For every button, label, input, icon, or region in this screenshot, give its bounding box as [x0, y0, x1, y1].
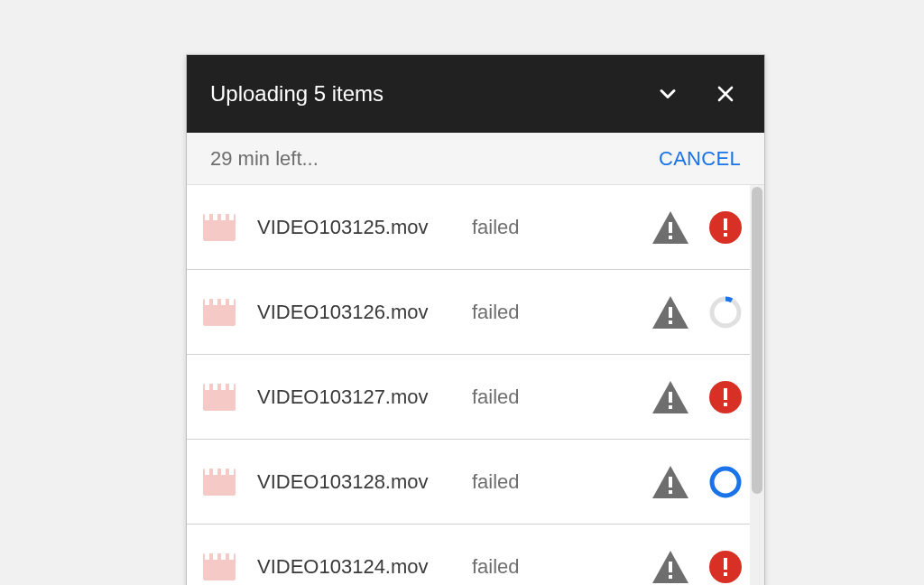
time-remaining: 29 min left... — [210, 147, 659, 171]
file-name: VIDEO103127.mov — [257, 385, 472, 409]
scrollbar-thumb[interactable] — [752, 187, 762, 494]
warning-icon — [652, 466, 688, 498]
svg-rect-41 — [669, 562, 672, 572]
list-item: VIDEO103126.mov failed — [187, 270, 764, 355]
svg-rect-38 — [213, 553, 217, 560]
svg-rect-5 — [669, 222, 672, 233]
list-item: VIDEO103127.mov failed — [187, 355, 764, 440]
svg-rect-22 — [229, 384, 234, 390]
status-label: failed — [472, 555, 652, 579]
file-name: VIDEO103128.mov — [257, 470, 472, 494]
svg-rect-2 — [213, 214, 217, 220]
file-name: VIDEO103125.mov — [257, 216, 472, 239]
video-file-icon — [203, 553, 236, 580]
svg-rect-20 — [213, 384, 217, 390]
upload-item-list: VIDEO103125.mov failed — [187, 185, 764, 585]
list-item: VIDEO103128.mov failed — [187, 440, 764, 525]
progress-ring-icon — [708, 295, 743, 330]
file-name: VIDEO103126.mov — [257, 301, 472, 324]
svg-rect-44 — [724, 558, 727, 570]
status-label: failed — [472, 216, 652, 239]
close-icon — [715, 83, 736, 105]
svg-rect-29 — [205, 469, 209, 475]
svg-rect-9 — [724, 233, 727, 237]
svg-rect-12 — [213, 299, 217, 305]
video-file-icon — [203, 469, 236, 496]
svg-rect-23 — [669, 392, 672, 403]
collapse-button[interactable] — [652, 79, 683, 109]
error-indicator — [708, 380, 743, 414]
svg-rect-15 — [669, 307, 672, 318]
upload-panel: Uploading 5 items 29 min left... CANCEL — [186, 54, 765, 585]
chevron-down-icon — [655, 81, 680, 107]
status-label: failed — [472, 385, 652, 409]
svg-rect-42 — [669, 575, 672, 579]
list-item: VIDEO103124.mov failed — [187, 525, 764, 585]
progress-indicator — [708, 295, 743, 330]
svg-rect-11 — [205, 299, 209, 305]
svg-rect-13 — [221, 299, 226, 305]
warning-icon — [652, 296, 688, 329]
close-button[interactable] — [710, 79, 741, 109]
svg-rect-37 — [205, 553, 209, 560]
svg-rect-34 — [669, 490, 672, 494]
error-circle-icon — [709, 551, 742, 583]
svg-rect-1 — [205, 214, 209, 220]
scroll-area: VIDEO103125.mov failed — [187, 185, 764, 585]
warning-icon — [652, 211, 688, 244]
svg-rect-27 — [724, 403, 727, 406]
svg-rect-16 — [669, 320, 672, 324]
error-circle-icon — [709, 381, 742, 413]
panel-title: Uploading 5 items — [210, 81, 625, 107]
file-name: VIDEO103124.mov — [257, 555, 472, 579]
panel-header: Uploading 5 items — [187, 55, 764, 133]
list-item: VIDEO103125.mov failed — [187, 185, 764, 270]
svg-rect-40 — [229, 553, 234, 560]
cancel-button[interactable]: CANCEL — [659, 147, 741, 171]
subheader: 29 min left... CANCEL — [187, 133, 764, 185]
video-file-icon — [203, 384, 236, 411]
error-indicator — [708, 550, 743, 584]
svg-rect-31 — [221, 469, 226, 475]
svg-rect-19 — [205, 384, 209, 390]
svg-rect-14 — [229, 299, 234, 305]
svg-rect-39 — [221, 553, 226, 560]
scrollbar[interactable] — [750, 185, 764, 585]
warning-icon — [652, 381, 688, 413]
error-indicator — [708, 210, 743, 245]
video-file-icon — [203, 299, 236, 326]
svg-rect-26 — [724, 388, 727, 400]
svg-rect-8 — [724, 218, 727, 230]
svg-rect-4 — [229, 214, 234, 220]
video-file-icon — [203, 214, 236, 241]
svg-rect-24 — [669, 405, 672, 409]
svg-rect-32 — [229, 469, 234, 475]
progress-indicator — [708, 465, 743, 499]
svg-point-35 — [712, 469, 739, 496]
error-circle-icon — [709, 211, 742, 244]
svg-point-17 — [712, 299, 739, 326]
svg-rect-33 — [669, 477, 672, 488]
warning-icon — [652, 551, 688, 583]
status-label: failed — [472, 301, 652, 324]
svg-rect-30 — [213, 469, 217, 475]
svg-rect-3 — [221, 214, 226, 220]
svg-rect-6 — [669, 236, 672, 239]
svg-rect-21 — [221, 384, 226, 390]
progress-ring-icon — [708, 465, 743, 499]
status-label: failed — [472, 470, 652, 494]
svg-rect-45 — [724, 572, 727, 576]
